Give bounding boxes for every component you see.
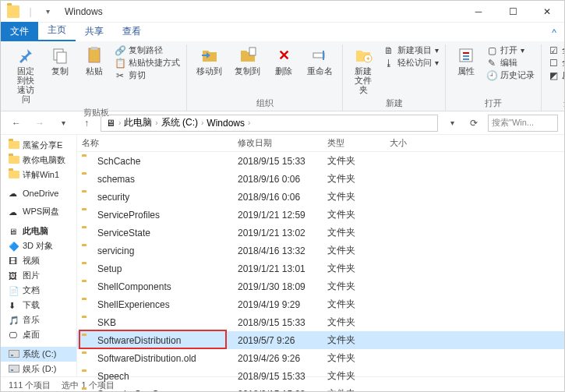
col-name[interactable]: 名称 xyxy=(77,135,233,151)
table-row[interactable]: SoftwareDistribution2019/5/7 9:26文件夹 xyxy=(77,331,564,349)
minimize-button[interactable]: ─ xyxy=(461,1,496,23)
sidebar-item[interactable]: 娱乐 (D:) xyxy=(1,362,76,376)
sidebar-item-label: 视频 xyxy=(23,255,40,267)
sidebar-item[interactable]: 🎞视频 xyxy=(1,253,76,268)
col-size[interactable]: 大小 xyxy=(385,135,564,151)
folder-icon xyxy=(82,175,93,183)
file-type: 文件夹 xyxy=(323,152,385,170)
table-row[interactable]: schemas2018/9/16 0:06文件夹 xyxy=(77,170,564,188)
easy-access-button[interactable]: ⭳轻松访问 ▾ xyxy=(383,57,439,69)
tab-home[interactable]: 主页 xyxy=(38,20,76,41)
new-folder-button[interactable]: ✦ 新建 文件夹 xyxy=(349,44,377,96)
properties-button[interactable]: 属性 xyxy=(452,44,480,77)
table-row[interactable]: ServiceProfiles2019/1/21 12:59文件夹 xyxy=(77,206,564,224)
sidebar-item[interactable]: 🎵音乐 xyxy=(1,313,76,327)
tab-share[interactable]: 共享 xyxy=(76,22,113,41)
sidebar-item[interactable]: 🖥此电脑 xyxy=(1,224,76,238)
forward-button[interactable]: → xyxy=(30,114,49,132)
sidebar-item[interactable]: 教你电脑数 xyxy=(1,153,76,168)
navigation-pane[interactable]: 黑鲨分享E教你电脑数详解Win1☁OneDrive☁WPS网盘🖥此电脑🔷3D 对… xyxy=(1,135,77,376)
back-button[interactable]: ← xyxy=(7,114,26,132)
invert-selection-button[interactable]: ◩反向选择 xyxy=(548,69,565,81)
sidebar-item[interactable]: 🔷3D 对象 xyxy=(1,238,76,253)
open-menu-button[interactable]: ▢打开 ▾ xyxy=(486,44,535,56)
qat-dropdown-icon[interactable]: ▾ xyxy=(41,5,54,18)
file-type: 文件夹 xyxy=(323,385,385,392)
crumb-folder[interactable]: Windows xyxy=(207,118,245,129)
table-row[interactable]: SKB2018/9/15 15:33文件夹 xyxy=(77,313,564,331)
cut-button[interactable]: ✂剪切 xyxy=(115,69,180,81)
file-type: 文件夹 xyxy=(323,170,385,188)
svg-rect-2 xyxy=(89,48,100,62)
paste-button[interactable]: 粘贴 xyxy=(80,44,108,77)
column-headers[interactable]: 名称 修改日期 类型 大小 xyxy=(77,135,564,152)
sidebar-item-label: 教你电脑数 xyxy=(23,154,65,166)
recent-dropdown[interactable]: ▾ xyxy=(54,114,72,132)
delete-button[interactable]: ✕ 删除 xyxy=(270,44,298,77)
table-row[interactable]: security2018/9/16 0:06文件夹 xyxy=(77,188,564,206)
sidebar-item[interactable]: 📄文档 xyxy=(1,283,76,298)
svg-rect-4 xyxy=(249,48,256,55)
file-size xyxy=(385,213,564,217)
refresh-button[interactable]: ⟳ xyxy=(464,114,483,132)
new-item-button[interactable]: 🗎新建项目 ▾ xyxy=(383,44,439,56)
table-row[interactable]: ShellComponents2019/1/30 18:09文件夹 xyxy=(77,277,564,295)
sidebar-item-label: 3D 对象 xyxy=(23,240,53,252)
breadcrumb[interactable]: 🖥 › 此电脑 › 系统 (C:) › Windows › xyxy=(101,115,438,132)
paste-icon xyxy=(85,46,104,65)
tab-file[interactable]: 文件 xyxy=(1,22,38,41)
select-all-button[interactable]: ☑全部选择 xyxy=(548,44,565,56)
ribbon-collapse-icon[interactable]: ^ xyxy=(544,24,564,41)
file-type: 文件夹 xyxy=(323,349,385,367)
ribbon: 固定到快 速访问 复制 粘贴 🔗复制路径 📋粘贴快捷方式 ✂剪切 剪贴板 移动到 xyxy=(1,41,564,111)
table-row[interactable]: SchCache2018/9/15 15:33文件夹 xyxy=(77,152,564,170)
table-row[interactable]: servicing2018/4/16 13:32文件夹 xyxy=(77,242,564,260)
sidebar-item[interactable]: 🖼图片 xyxy=(1,268,76,283)
sidebar-item[interactable]: 详解Win1 xyxy=(1,168,76,182)
sidebar-item[interactable]: 系统 (C:) xyxy=(1,347,76,362)
crumb-pc[interactable]: 此电脑 xyxy=(124,116,152,129)
sidebar-item[interactable]: ⬇下载 xyxy=(1,298,76,313)
sidebar-item-label: 娱乐 (D:) xyxy=(23,363,56,375)
sidebar-icon xyxy=(9,365,19,374)
file-size xyxy=(385,284,564,289)
pin-to-quick-access-button[interactable]: 固定到快 速访问 xyxy=(12,44,40,105)
maximize-button[interactable]: ☐ xyxy=(496,1,530,23)
paste-shortcut-button[interactable]: 📋粘贴快捷方式 xyxy=(115,57,180,69)
history-button[interactable]: 🕘历史记录 xyxy=(486,69,535,81)
select-none-button[interactable]: ☐全部取消 xyxy=(548,57,565,69)
addr-dropdown-icon[interactable]: ▾ xyxy=(443,114,461,132)
up-button[interactable]: ↑ xyxy=(77,114,96,132)
item-count: 111 个项目 xyxy=(9,380,51,391)
table-row[interactable]: Speech_OneCore2018/9/15 15:33文件夹 xyxy=(77,385,564,392)
sidebar-item-label: 音乐 xyxy=(23,314,40,326)
file-date: 2019/5/7 9:26 xyxy=(233,333,323,348)
table-row[interactable]: SoftwareDistribution.old2019/4/26 9:26文件… xyxy=(77,349,564,367)
close-button[interactable]: ✕ xyxy=(530,1,564,23)
table-row[interactable]: Speech2018/9/15 15:33文件夹 xyxy=(77,367,564,385)
shortcut-icon: 📋 xyxy=(115,58,125,69)
sidebar-item[interactable]: 黑鲨分享E xyxy=(1,138,76,153)
file-list[interactable]: 名称 修改日期 类型 大小 SchCache2018/9/15 15:33文件夹… xyxy=(77,135,564,392)
sidebar-item-label: OneDrive xyxy=(23,189,58,198)
copy-to-button[interactable]: 复制到 xyxy=(231,44,263,77)
sidebar-item[interactable]: ☁WPS网盘 xyxy=(1,204,76,219)
table-row[interactable]: ShellExperiences2019/4/19 9:29文件夹 xyxy=(77,295,564,313)
new-folder-icon: ✦ xyxy=(354,46,373,65)
rename-button[interactable]: 重命名 xyxy=(304,44,336,77)
copy-path-button[interactable]: 🔗复制路径 xyxy=(115,44,180,56)
table-row[interactable]: Setup2019/1/21 13:01文件夹 xyxy=(77,260,564,277)
edit-button[interactable]: ✎编辑 xyxy=(486,57,535,69)
copy-button[interactable]: 复制 xyxy=(46,44,74,77)
col-date[interactable]: 修改日期 xyxy=(233,135,323,151)
tab-view[interactable]: 查看 xyxy=(113,22,150,41)
search-input[interactable]: 搜索"Win... xyxy=(488,115,558,132)
sidebar-item[interactable]: 🖵桌面 xyxy=(1,327,76,342)
table-row[interactable]: ServiceState2019/1/21 13:02文件夹 xyxy=(77,224,564,242)
col-type[interactable]: 类型 xyxy=(323,135,385,151)
sidebar-item[interactable]: ☁OneDrive xyxy=(1,187,76,200)
move-to-button[interactable]: 移动到 xyxy=(193,44,225,77)
crumb-drive[interactable]: 系统 (C:) xyxy=(161,116,198,129)
file-type: 文件夹 xyxy=(323,188,385,206)
sidebar-icon: 🖼 xyxy=(9,271,19,281)
